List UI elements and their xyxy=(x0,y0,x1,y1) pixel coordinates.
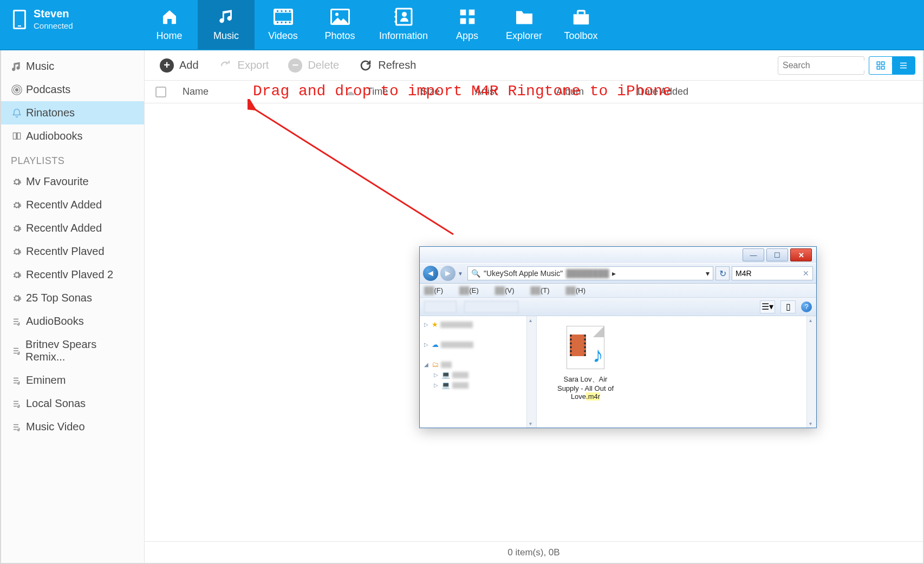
maximize-button[interactable]: ☐ xyxy=(766,248,788,261)
svg-rect-15 xyxy=(395,16,398,18)
tree-item-computer[interactable]: ▷💻 xyxy=(422,370,534,380)
svg-rect-18 xyxy=(460,10,466,16)
nav-history-dropdown[interactable]: ▼ xyxy=(458,271,465,277)
sidebar-playlist-recent1[interactable]: Recentlv Added xyxy=(1,193,144,217)
gear-icon xyxy=(11,292,23,304)
sidebar-item-ringtones[interactable]: Rinatones xyxy=(1,101,144,124)
filter-text: M4R xyxy=(736,269,752,278)
list-view-button[interactable] xyxy=(892,57,915,74)
svg-point-17 xyxy=(402,12,407,17)
tab-videos[interactable]: Videos xyxy=(255,0,311,49)
menu-file[interactable]: ██(F) xyxy=(424,286,443,294)
command-button[interactable] xyxy=(464,301,518,313)
sidebar-playlist-top25[interactable]: 25 Top Sonas xyxy=(1,286,144,310)
export-button[interactable]: Export xyxy=(211,55,277,76)
music-note-icon xyxy=(11,61,23,73)
tree-item-cloud[interactable]: ▷☁ xyxy=(422,339,534,350)
playlists-header: PLAYLISTS xyxy=(1,148,144,170)
sidebar-playlist-musicvideo[interactable]: Music Video xyxy=(1,415,144,438)
menu-view[interactable]: ██(V) xyxy=(495,286,515,294)
svg-rect-8 xyxy=(281,22,282,23)
tab-information[interactable]: Information xyxy=(368,0,439,49)
sidebar-item-audiobooks[interactable]: Audiobooks xyxy=(1,124,144,148)
sidebar-item-label: Local Sonas xyxy=(26,397,86,410)
search-filter-box[interactable]: M4R ✕ xyxy=(732,266,813,280)
svg-rect-14 xyxy=(395,11,398,13)
sidebar-playlist-played2[interactable]: Recentlv Plaved 2 xyxy=(1,263,144,286)
tab-toolbox[interactable]: Toolbox xyxy=(552,0,609,49)
svg-rect-29 xyxy=(882,66,884,69)
playlist-icon xyxy=(11,375,23,386)
delete-button[interactable]: −Delete xyxy=(281,55,347,76)
tab-photos[interactable]: Photos xyxy=(311,0,368,49)
help-button[interactable]: ? xyxy=(801,301,812,312)
menu-tools[interactable]: ██(T) xyxy=(531,286,550,294)
home-icon xyxy=(159,8,180,26)
sidebar-item-label: Recentlv Added xyxy=(26,199,102,211)
gear-icon xyxy=(11,199,23,211)
status-bar: 0 item(s), 0B xyxy=(145,541,923,563)
search-icon: 🔍 xyxy=(471,269,480,278)
tree-item-favorites[interactable]: ▷★ xyxy=(422,319,534,330)
tab-apps[interactable]: Apps xyxy=(439,0,496,49)
view-options-button[interactable]: ☰▾ xyxy=(760,300,775,313)
tab-explorer[interactable]: Explorer xyxy=(496,0,552,49)
add-button[interactable]: +Add xyxy=(152,55,206,76)
nav-tabs: Home Music Videos Photos Information App… xyxy=(141,0,609,49)
minus-icon: − xyxy=(288,58,302,73)
sidebar-playlist-britney[interactable]: Britnev Spears Remix... xyxy=(1,333,144,369)
menu-help[interactable]: ██(H) xyxy=(566,286,585,294)
sidebar-playlist-favourite[interactable]: Mv Favourite xyxy=(1,170,144,193)
gear-icon xyxy=(11,269,23,281)
select-all-checkbox[interactable] xyxy=(155,87,166,97)
explorer-menubar: ██(F) ██(E) ██(V) ██(T) ██(H) xyxy=(420,284,816,298)
organize-button[interactable] xyxy=(424,301,457,313)
view-toggle xyxy=(869,56,915,75)
nav-forward-button[interactable]: ► xyxy=(440,266,456,281)
windows-explorer-window[interactable]: — ☐ ✕ ◄ ► ▼ 🔍 "UkeySoft Apple Music" ███… xyxy=(419,246,817,428)
folder-icon xyxy=(514,8,535,26)
sidebar-item-podcasts[interactable]: Podcasts xyxy=(1,78,144,101)
svg-rect-5 xyxy=(285,10,287,12)
sidebar-playlist-audiobooks[interactable]: AudioBooks xyxy=(1,310,144,333)
svg-rect-9 xyxy=(285,22,287,23)
tree-scrollbar[interactable] xyxy=(526,316,536,428)
minimize-button[interactable]: — xyxy=(743,248,764,261)
tab-music[interactable]: Music xyxy=(198,0,255,49)
clear-filter-icon[interactable]: ✕ xyxy=(803,269,809,278)
refresh-button[interactable]: Refresh xyxy=(351,55,424,76)
sidebar-item-label: Britnev Spears Remix... xyxy=(25,338,134,363)
sidebar-playlist-eminem[interactable]: Eminem xyxy=(1,369,144,392)
sidebar-item-label: Music xyxy=(26,60,54,73)
top-navigation: Steven Connected Home Music Videos Photo… xyxy=(0,0,924,50)
refresh-button[interactable]: ↻ xyxy=(715,266,730,280)
tab-home[interactable]: Home xyxy=(141,0,198,49)
sidebar-playlist-played[interactable]: Recentlv Plaved xyxy=(1,240,144,263)
svg-rect-6 xyxy=(289,10,290,12)
svg-rect-20 xyxy=(460,18,466,24)
sidebar-item-label: 25 Top Sonas xyxy=(26,292,92,304)
tree-item-pc[interactable]: ▷💻 xyxy=(422,380,534,390)
files-scrollbar[interactable] xyxy=(806,316,816,428)
explorer-tree[interactable]: ▷★ ▷☁ ◢🗂 ▷💻 ▷💻 xyxy=(420,316,537,428)
preview-pane-button[interactable]: ▯ xyxy=(780,300,796,313)
file-item-m4r[interactable]: ♪ Sara Lov、Air Supply - All Out of Love.… xyxy=(553,322,618,401)
address-bar[interactable]: 🔍 "UkeySoft Apple Music" ████████▸ ▾ xyxy=(467,266,713,280)
playlist-icon xyxy=(11,345,22,357)
sidebar-item-music[interactable]: Music xyxy=(1,55,144,78)
explorer-commandbar: ☰▾ ▯ ? xyxy=(420,298,816,316)
explorer-titlebar[interactable]: — ☐ ✕ xyxy=(420,247,816,263)
sidebar-item-label: Rinatones xyxy=(26,107,75,119)
grid-view-button[interactable] xyxy=(869,57,892,74)
close-button[interactable]: ✕ xyxy=(790,248,812,261)
nav-back-button[interactable]: ◄ xyxy=(423,266,438,281)
sidebar-playlist-local[interactable]: Local Sonas xyxy=(1,392,144,415)
sidebar-playlist-recent2[interactable]: Recentlv Added xyxy=(1,217,144,240)
file-icon: ♪ xyxy=(561,322,610,372)
menu-edit[interactable]: ██(E) xyxy=(459,286,479,294)
device-name: Steven xyxy=(34,8,73,20)
explorer-files-pane[interactable]: ♪ Sara Lov、Air Supply - All Out of Love.… xyxy=(537,316,816,428)
search-box[interactable] xyxy=(778,56,864,75)
gear-icon xyxy=(11,176,23,188)
tree-item-libraries[interactable]: ◢🗂 xyxy=(422,359,534,370)
